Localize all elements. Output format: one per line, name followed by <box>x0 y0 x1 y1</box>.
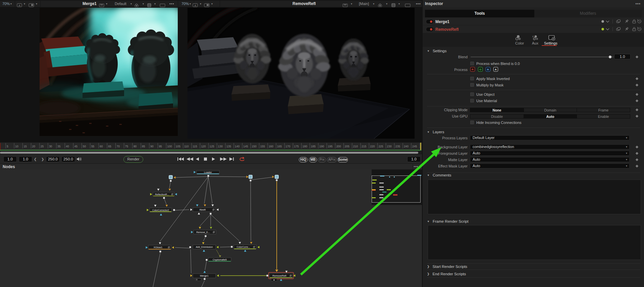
svg-text:165: 165 <box>277 145 282 148</box>
svg-text:55: 55 <box>91 145 95 148</box>
svg-text:120: 120 <box>201 145 206 148</box>
svg-text:195: 195 <box>328 145 332 148</box>
svg-text:140: 140 <box>235 145 239 148</box>
svg-text:215: 215 <box>362 145 366 148</box>
svg-text:205: 205 <box>345 145 350 148</box>
svg-text:50: 50 <box>83 145 86 148</box>
svg-text:230: 230 <box>387 145 392 148</box>
svg-text:A: A <box>19 4 20 7</box>
svg-text:175: 175 <box>294 145 299 148</box>
svg-text:220: 220 <box>370 145 375 148</box>
svg-text:85: 85 <box>142 145 145 148</box>
svg-text:A: A <box>495 68 497 71</box>
svg-text:90: 90 <box>150 145 154 148</box>
svg-text:105: 105 <box>176 145 180 148</box>
svg-text:G: G <box>479 68 481 71</box>
svg-text:15: 15 <box>23 145 27 148</box>
svg-text:190: 190 <box>319 145 324 148</box>
svg-text:75: 75 <box>125 145 128 148</box>
svg-text:A: A <box>195 4 196 7</box>
svg-text:ColorCorre...: ColorCorre... <box>236 246 250 248</box>
svg-text:240: 240 <box>404 145 409 148</box>
svg-text:RimR: RimR <box>200 208 206 211</box>
svg-text:20: 20 <box>32 145 36 148</box>
svg-text:30: 30 <box>49 145 52 148</box>
svg-text:150: 150 <box>252 145 257 148</box>
svg-text:Merge1: Merge1 <box>200 274 208 277</box>
svg-text:160: 160 <box>269 145 273 148</box>
svg-text:110: 110 <box>184 145 189 148</box>
svg-text:145: 145 <box>243 145 248 148</box>
svg-text:XGlow1: XGlow1 <box>154 246 162 249</box>
svg-text:Remove_E...: Remove_E... <box>196 231 210 234</box>
svg-text:Cryptomatte5: Cryptomatte5 <box>213 259 227 261</box>
svg-text:Add_Emmission: Add_Emmission <box>196 246 213 248</box>
svg-text:R: R <box>472 68 474 71</box>
svg-text:135: 135 <box>226 145 231 148</box>
svg-text:155: 155 <box>260 145 265 148</box>
svg-text:115: 115 <box>193 145 197 148</box>
svg-text:5: 5 <box>7 145 8 148</box>
svg-text:130: 130 <box>218 145 223 148</box>
svg-text:185: 185 <box>311 145 316 148</box>
svg-text:z: z <box>532 35 534 38</box>
svg-text:ReflectionR...: ReflectionR... <box>155 193 169 196</box>
svg-text:40: 40 <box>66 145 69 148</box>
svg-text:200: 200 <box>336 145 341 148</box>
svg-text:95: 95 <box>159 145 162 148</box>
svg-text:245: 245 <box>412 145 417 148</box>
svg-text:60: 60 <box>100 145 103 148</box>
svg-text:180: 180 <box>303 145 307 148</box>
svg-text:125: 125 <box>210 145 214 148</box>
svg-text:45: 45 <box>74 145 78 148</box>
svg-text:65: 65 <box>108 145 111 148</box>
svg-text:80: 80 <box>133 145 137 148</box>
svg-text:225: 225 <box>378 145 383 148</box>
svg-text:Loader: Loader <box>204 171 212 174</box>
svg-text:210: 210 <box>353 145 358 148</box>
svg-text:B: B <box>487 68 489 71</box>
svg-text:25: 25 <box>41 145 44 148</box>
svg-text:RemoveRefl: RemoveRefl <box>272 274 286 277</box>
svg-text:ColorCorrector2: ColorCorrector2 <box>152 209 169 211</box>
svg-text:170: 170 <box>285 145 290 148</box>
svg-text:70: 70 <box>117 145 120 148</box>
svg-text:35: 35 <box>57 145 61 148</box>
svg-text:100: 100 <box>167 145 172 148</box>
svg-text:235: 235 <box>395 145 400 148</box>
svg-text:10: 10 <box>15 145 18 148</box>
